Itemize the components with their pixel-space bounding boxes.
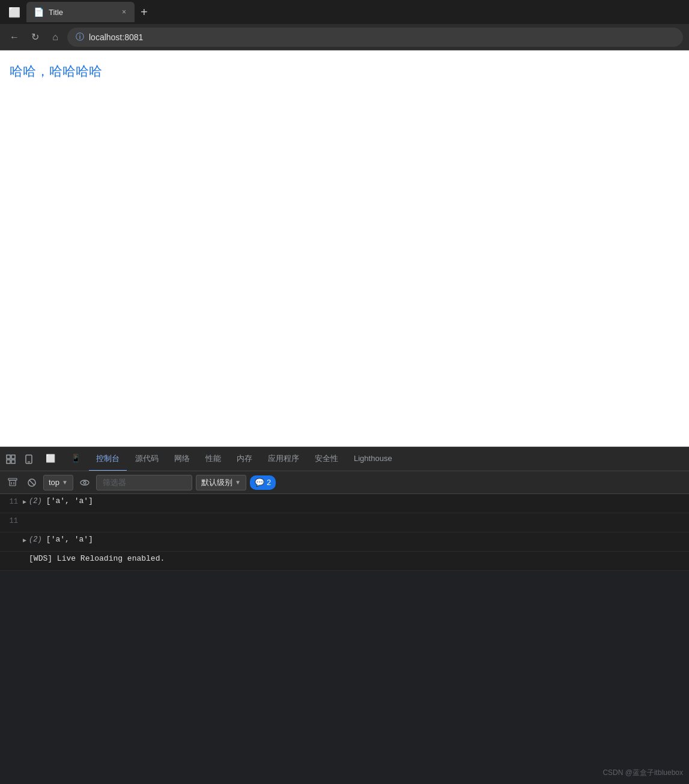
tab-welcome[interactable]: ⬜ — [38, 447, 62, 471]
message-badge[interactable]: 💬 2 — [250, 475, 276, 490]
tab-security[interactable]: 安全性 — [308, 447, 345, 471]
line-number-3 — [5, 535, 23, 536]
block-button[interactable] — [24, 475, 40, 490]
tab-memory[interactable]: 内存 — [229, 447, 260, 471]
line-number-4 — [5, 554, 23, 555]
svg-rect-3 — [11, 460, 15, 463]
console-text-3: (2) ['a', 'a'] — [29, 535, 93, 544]
url-bar[interactable]: ⓘ localhost:8081 — [67, 28, 683, 47]
devtools-toolbar: top ▼ 默认级别 ▼ 💬 2 — [0, 471, 689, 494]
level-selector[interactable]: 默认级别 ▼ — [196, 475, 246, 490]
console-line-2: 11 ▶ — [0, 513, 689, 532]
tab-title: Title — [49, 8, 116, 17]
context-dropdown-arrow: ▼ — [62, 479, 68, 486]
url-text: localhost:8081 — [89, 32, 143, 42]
devtools-tab-bar: ⬜ 📱 控制台 源代码 网络 性能 内存 应用程序 安全性 Lighthouse — [0, 447, 689, 471]
tab-favicon: 📄 — [34, 7, 44, 17]
address-bar: ← ↻ ⌂ ⓘ localhost:8081 — [0, 24, 689, 50]
svg-point-13 — [83, 481, 86, 484]
console-text-1: (2) ['a', 'a'] — [29, 496, 93, 505]
watermark: CSDN @蓝盒子itbluebox — [602, 768, 683, 778]
reload-button[interactable]: ↻ — [26, 29, 43, 46]
active-tab[interactable]: 📄 Title × — [26, 2, 135, 22]
expand-arrow-1[interactable]: ▶ — [23, 496, 29, 505]
console-line-1: 11 ▶ (2) ['a', 'a'] — [0, 494, 689, 513]
devtools-panel: ⬜ 📱 控制台 源代码 网络 性能 内存 应用程序 安全性 Lighthouse — [0, 447, 689, 571]
browser-chrome: ⬜ 📄 Title × + ← ↻ ⌂ ⓘ localhost:8081 — [0, 0, 689, 50]
tab-network[interactable]: 网络 — [167, 447, 197, 471]
level-label: 默认级别 — [201, 477, 232, 488]
tab-close-button[interactable]: × — [121, 7, 127, 17]
eye-button[interactable] — [77, 475, 93, 490]
back-button[interactable]: ← — [6, 29, 23, 46]
tab-elements[interactable]: 📱 — [64, 447, 88, 471]
console-line-3: ▶ (2) ['a', 'a'] — [0, 532, 689, 552]
line-number-1: 11 — [5, 496, 23, 506]
console-output: 11 ▶ (2) ['a', 'a'] 11 ▶ ▶ (2) ['a', 'a'… — [0, 494, 689, 571]
tab-console[interactable]: 控制台 — [89, 447, 127, 471]
console-line-4: ▶ [WDS] Live Reloading enabled. — [0, 552, 689, 571]
clear-console-button[interactable] — [5, 475, 20, 490]
context-selector[interactable]: top ▼ — [43, 475, 73, 490]
expand-arrow-3[interactable]: ▶ — [23, 535, 29, 544]
level-dropdown-arrow: ▼ — [235, 479, 241, 486]
devtools-inspect-icon[interactable] — [2, 451, 19, 468]
tab-performance[interactable]: 性能 — [198, 447, 228, 471]
tab-sources[interactable]: 源代码 — [128, 447, 166, 471]
filter-input[interactable] — [96, 475, 192, 490]
new-tab-button[interactable]: + — [137, 5, 151, 19]
svg-line-11 — [29, 480, 34, 484]
page-content: 哈哈，哈哈哈哈 — [0, 50, 689, 447]
message-count: 2 — [267, 478, 271, 487]
svg-rect-2 — [7, 460, 10, 463]
message-bubble-icon: 💬 — [255, 478, 264, 487]
devtools-device-icon[interactable] — [20, 451, 37, 468]
home-button[interactable]: ⌂ — [47, 29, 64, 46]
watermark-text: CSDN @蓝盒子itbluebox — [602, 768, 683, 777]
console-text-4: [WDS] Live Reloading enabled. — [29, 554, 165, 563]
svg-rect-7 — [10, 480, 16, 486]
context-label: top — [49, 478, 59, 487]
page-main-text: 哈哈，哈哈哈哈 — [10, 62, 679, 80]
line-number-2: 11 — [5, 516, 23, 525]
tab-bar: ⬜ 📄 Title × + — [0, 0, 689, 24]
url-info-icon: ⓘ — [76, 32, 84, 43]
tab-application[interactable]: 应用程序 — [261, 447, 306, 471]
tab-lighthouse[interactable]: Lighthouse — [347, 447, 399, 471]
tab-sidebar-icon[interactable]: ⬜ — [5, 2, 24, 22]
svg-rect-0 — [7, 455, 10, 459]
svg-rect-1 — [11, 455, 15, 459]
svg-point-12 — [80, 480, 89, 485]
